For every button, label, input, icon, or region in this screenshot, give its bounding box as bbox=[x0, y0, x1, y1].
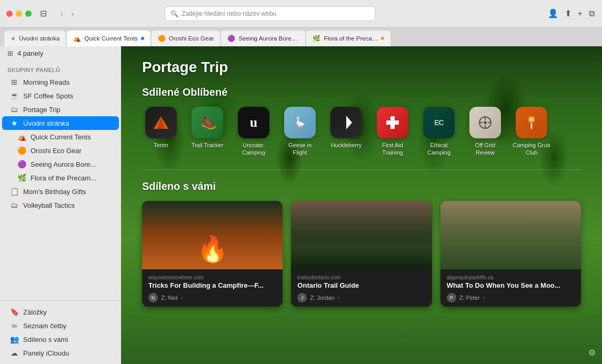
minimize-button[interactable] bbox=[16, 11, 22, 17]
settings-icon[interactable]: ⚙ bbox=[588, 348, 596, 358]
chevron-right-icon: › bbox=[338, 295, 339, 301]
huckleberry-label: Huckleberry bbox=[331, 141, 362, 149]
favorite-off-grid[interactable]: Off Grid Review bbox=[466, 107, 504, 157]
reading-list-icon: ∞ bbox=[9, 321, 19, 330]
tab-favicon-icon: 🟠 bbox=[158, 35, 166, 42]
sidebar-item-seeing-aurora[interactable]: 🟣 Seeing Aurora Bore... bbox=[2, 157, 119, 171]
nav-buttons: ‹ › bbox=[57, 7, 77, 20]
tentrr-icon bbox=[145, 107, 177, 138]
sidebar-item-flora[interactable]: 🌿 Flora of the Precam... bbox=[2, 171, 119, 185]
circle-orange-icon: 🟠 bbox=[17, 146, 26, 155]
from-label: Z: Jordan bbox=[310, 295, 334, 301]
forward-button[interactable]: › bbox=[68, 7, 77, 20]
favorite-ethical-camping[interactable]: EC Ethical Camping bbox=[420, 107, 458, 157]
favorite-uncrate[interactable]: u Uncrate: Camping bbox=[235, 107, 273, 157]
sidebar-item-label: Quick Current Tents bbox=[31, 133, 91, 141]
sidebar-item-quick-current-tents[interactable]: ⛺ Quick Current Tents bbox=[2, 130, 119, 144]
sidebar-item-zalozky[interactable]: 🔖 Záložky bbox=[2, 305, 119, 319]
sidebar-item-label: SF Coffee Spots bbox=[23, 92, 73, 100]
first-aid-label: First Aid Training bbox=[374, 141, 412, 157]
content-overlay: Portage Trip Sdílené Oblíbené Tentrr 🥾 T… bbox=[121, 46, 602, 364]
star-icon: ★ bbox=[11, 35, 16, 42]
back-button[interactable]: ‹ bbox=[57, 7, 66, 20]
star-icon: ★ bbox=[9, 119, 19, 127]
share-icon[interactable]: ⬆ bbox=[564, 7, 573, 19]
favorite-geese[interactable]: 🪿 Geese in Flight bbox=[281, 107, 319, 157]
tab-dot-indicator bbox=[141, 37, 144, 40]
sidebar-item-portage-trip[interactable]: 🗂 Portage Trip bbox=[2, 103, 119, 116]
tab-label: Oroshi Eco Gear bbox=[169, 35, 214, 42]
sidebar-item-label: Sdíleno s vámi bbox=[23, 336, 68, 343]
trail-tracker-icon: 🥾 bbox=[192, 107, 223, 138]
favorite-first-aid[interactable]: First Aid Training bbox=[374, 107, 412, 157]
traffic-lights bbox=[6, 11, 32, 17]
close-button[interactable] bbox=[6, 11, 13, 17]
shared-card-ontario-trail[interactable]: trailsofontario.com Ontario Trail Guide … bbox=[291, 201, 432, 307]
address-bar[interactable]: 🔍 Zadejte hledání nebo název webu bbox=[165, 6, 375, 21]
tab-label: Úvodní stránka bbox=[19, 35, 59, 42]
trail-image bbox=[291, 201, 432, 269]
sidebar-item-oroshi-eco-gear[interactable]: 🟠 Oroshi Eco Gear bbox=[2, 144, 119, 157]
tab-seeing-aurora[interactable]: 🟣 Seeing Aurora Boreali... bbox=[221, 31, 305, 46]
bookmark-icon: 🔖 bbox=[9, 308, 19, 316]
sidebar-item-label: Úvodní stránka bbox=[23, 119, 69, 127]
tentrr-label: Tentrr bbox=[154, 141, 168, 149]
tabs-bar: ★ Úvodní stránka ⛺ Quick Current Tents 🟠… bbox=[0, 27, 602, 46]
shared-favorites-title: Sdílené Oblíbené bbox=[142, 86, 581, 98]
card-title: Ontario Trail Guide bbox=[297, 281, 425, 290]
card-site: algonquinparklife.ca bbox=[447, 275, 575, 280]
page-title: Portage Trip bbox=[142, 59, 581, 76]
profile-icon[interactable]: 👤 bbox=[547, 7, 559, 19]
favorite-huckleberry[interactable]: Huckleberry bbox=[327, 107, 365, 157]
svg-rect-6 bbox=[386, 120, 399, 125]
circle-purple-icon: 🟣 bbox=[17, 160, 26, 168]
card-title: Tricks For Building a Campfire—F... bbox=[148, 281, 276, 290]
sidebar-item-sdileno-s-vami[interactable]: 👥 Sdíleno s vámi bbox=[2, 332, 119, 346]
sidebar-item-sf-coffee-spots[interactable]: ☕ SF Coffee Spots bbox=[2, 89, 119, 103]
tab-quick-current-tents[interactable]: ⛺ Quick Current Tents bbox=[67, 31, 150, 46]
sidebar-item-label: Seeing Aurora Bore... bbox=[31, 160, 96, 168]
campfire-image bbox=[142, 201, 283, 269]
tab-start[interactable]: ★ Úvodní stránka bbox=[4, 31, 66, 46]
sidebar-item-label: Volleyball Tactics bbox=[23, 201, 75, 209]
add-tab-icon[interactable]: + bbox=[577, 8, 584, 19]
shared-card-campfire[interactable]: wayoutsomewhere.com Tricks For Building … bbox=[142, 201, 283, 307]
sidebar-item-uvodni-stranka[interactable]: ★ Úvodní stránka bbox=[2, 116, 119, 130]
huckleberry-icon bbox=[330, 107, 362, 138]
sidebar-item-panely-icloud[interactable]: ☁ Panely iCloudu bbox=[2, 346, 119, 360]
main-layout: ⊞ 4 panely Skupiny panelů ⊞ Morning Read… bbox=[0, 46, 602, 364]
tab-label: Quick Current Tents bbox=[84, 35, 137, 42]
ethical-camping-label: Ethical Camping bbox=[420, 141, 458, 157]
sidebar-item-label: Panely iCloudu bbox=[23, 349, 69, 357]
tab-overview-icon[interactable]: ⧉ bbox=[588, 8, 596, 19]
sidebar-item-label: Oroshi Eco Gear bbox=[31, 147, 82, 155]
section-divider bbox=[142, 169, 581, 170]
sidebar-item-label: Seznam četby bbox=[23, 322, 66, 330]
svg-marker-4 bbox=[346, 116, 352, 129]
plant-icon: 🌿 bbox=[17, 174, 26, 182]
trail-tracker-label: Trail Tracker bbox=[192, 141, 224, 149]
sidebar-item-morning-reads[interactable]: ⊞ Morning Reads bbox=[2, 75, 119, 89]
sidebar-item-volleyball-tactics[interactable]: 🗂 Volleyball Tactics bbox=[2, 198, 119, 212]
address-text: Zadejte hledání nebo název webu bbox=[182, 10, 276, 17]
tab-favicon-icon: ⛺ bbox=[73, 35, 81, 42]
card-site: wayoutsomewhere.com bbox=[148, 275, 276, 280]
favorite-trail-tracker[interactable]: 🥾 Trail Tracker bbox=[188, 107, 226, 157]
sidebar-item-seznam-cetby[interactable]: ∞ Seznam četby bbox=[2, 319, 119, 332]
panels-count-item[interactable]: ⊞ 4 panely bbox=[0, 46, 121, 60]
shared-articles-grid: wayoutsomewhere.com Tricks For Building … bbox=[142, 201, 581, 307]
shared-card-moose[interactable]: algonquinparklife.ca What To Do When You… bbox=[440, 201, 581, 307]
tab-flora[interactable]: 🌿 Flora of the Precambi... bbox=[306, 31, 390, 46]
favorite-tentrr[interactable]: Tentrr bbox=[142, 107, 180, 157]
tab-oroshi-eco-gear[interactable]: 🟠 Oroshi Eco Gear bbox=[152, 31, 220, 46]
tab-label: Seeing Aurora Boreali... bbox=[238, 35, 299, 42]
tab-label: Flora of the Precambi... bbox=[324, 35, 378, 42]
favorite-camping-grub[interactable]: Camping Grub Club bbox=[513, 107, 550, 157]
panels-count-label: 4 panely bbox=[17, 49, 43, 57]
sidebar-toggle-button[interactable]: ⊟ bbox=[40, 8, 47, 18]
geese-label: Geese in Flight bbox=[281, 141, 319, 157]
grid-icon: ⊞ bbox=[9, 78, 19, 86]
fullscreen-button[interactable] bbox=[25, 11, 32, 17]
sidebar-item-moms-birthday-gifts[interactable]: 📋 Mom's Birthday Gifts bbox=[2, 185, 119, 198]
first-aid-icon bbox=[377, 107, 408, 138]
